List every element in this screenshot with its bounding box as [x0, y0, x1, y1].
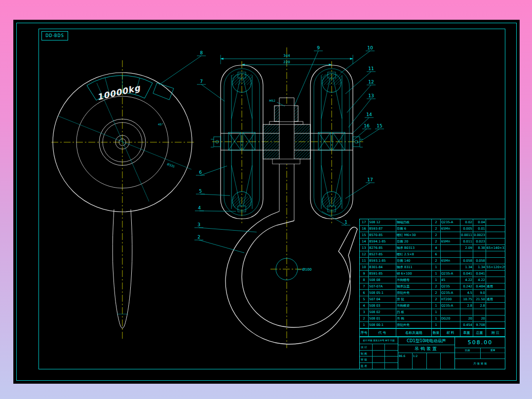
parts-cell [486, 239, 505, 244]
center-distance-dim: 220 [283, 60, 290, 64]
parts-table-row: 5507 04滑 轮2HT20010.7521.50通用 [360, 296, 505, 303]
parts-cell: Q235-A [441, 303, 460, 309]
parts-cell [486, 251, 505, 257]
callout-13: 13 [368, 93, 374, 98]
parts-table-header-row: 序号代 号名称及规格数量材 料单重总重附 注 [360, 328, 505, 337]
parts-cell: 垫圈 6 [396, 226, 432, 232]
parts-header-cell: 材 料 [441, 329, 460, 337]
callout-16: 16 [364, 123, 370, 128]
parts-cell: 挡 板 [396, 309, 432, 315]
parts-table-row: 11B593.1-85垫圈 140265Mn0.0580.058 [360, 258, 505, 264]
sign-date [385, 351, 398, 357]
sign-label: 制 图 [360, 351, 373, 357]
parts-cell [486, 219, 505, 225]
parts-cell: 吊钩螺母 [396, 277, 432, 283]
parts-cell [473, 251, 486, 257]
parts-cell: 0.02 [460, 219, 473, 225]
sheet-stamp: DD-BDS [41, 31, 68, 40]
title-block: 标记 处数 更改文件号 签字 日期 设 计 制 图 审 核 批 准 CD1型10… [359, 337, 505, 369]
scale-cell: 1:2 [413, 353, 427, 369]
parts-cell: 0.01 [473, 226, 486, 232]
parts-cell: 垫圈 140 [396, 258, 432, 264]
parts-cell: 轴承 8311 [396, 264, 432, 270]
parts-header-cell: 代 号 [369, 329, 396, 337]
sign-label: 设 计 [360, 344, 373, 350]
parts-cell: 2 [432, 290, 441, 296]
parts-cell: 508 12 [369, 219, 396, 225]
sign-row: 制 图 [360, 351, 398, 357]
parts-cell: 507 04 [369, 296, 396, 302]
revision-header: 标记 处数 更改文件号 签字 日期 [360, 337, 398, 344]
title-name-area: CD1型10吨电动葫芦 吊钩装置 86.6 1:2 [398, 337, 455, 369]
parts-header-cell: 总重 [473, 329, 486, 337]
scale-label: 比例 [455, 348, 480, 353]
parts-table-row: 1508 00-1滑轮外壳10.4549.708 [360, 322, 505, 328]
parts-cell [441, 232, 460, 238]
parts-table-row: 14B594.1-85垫圈 20265Mn0.0110.023 [360, 239, 505, 245]
parts-cell: 65Mn [441, 258, 460, 264]
thread-dimension: M52 [269, 99, 275, 102]
parts-header-cell: 附 注 [486, 329, 505, 337]
parts-cell [486, 309, 505, 315]
parts-table-row: 17508 12轴端挡板2Q235-A0.020.04 [360, 219, 505, 226]
parts-cell [460, 309, 473, 315]
parts-cell: 10.75 [460, 296, 473, 302]
parts-cell: 16 [360, 226, 369, 232]
parts-cell [486, 258, 505, 264]
callout-15: 15 [377, 123, 382, 128]
hook-section-view: 344 220 [211, 47, 363, 348]
parts-cell: Q235 [441, 283, 460, 289]
parts-cell: 2 [432, 219, 441, 225]
parts-cell: 6 [432, 251, 441, 257]
parts-cell: 销 6×100 [396, 271, 432, 277]
parts-cell: 0.005 [460, 226, 473, 232]
product-title: CD1型10吨电动葫芦 [398, 337, 455, 345]
parts-table-row: 16B593-87垫圈 6265Mn0.0050.01 [360, 226, 505, 232]
parts-cell: 滑轮外壳 [396, 290, 432, 296]
parts-cell: 508 05-1 [369, 290, 396, 296]
parts-cell [486, 316, 505, 321]
parts-cell: 13 [360, 245, 369, 251]
parts-cell: 0.0023 [473, 232, 486, 238]
scale-weight-cells: 比例 重量 [455, 348, 505, 359]
parts-cell: 507-07A [369, 283, 396, 289]
parts-table: 17508 12轴端挡板2Q235-A0.020.0416B593-87垫圈 6… [359, 219, 505, 337]
parts-cell [486, 303, 505, 309]
parts-cell [486, 277, 505, 283]
parts-cell: B591-85 [369, 271, 396, 277]
parts-cell: 4.22 [473, 277, 486, 283]
empty-cell [441, 353, 455, 369]
parts-table-row: 2508 01吊 钩1DG202020 [360, 316, 505, 322]
title-mid-cells: 86.6 1:2 [398, 353, 455, 369]
callout-7: 7 [200, 79, 203, 84]
parts-header-cell: 序号 [360, 329, 369, 337]
sign-cell [373, 344, 385, 350]
parts-cell: 吊钩横梁 [396, 303, 432, 309]
parts-cell: 1.34 [460, 264, 473, 270]
parts-cell: 2.09 [460, 245, 473, 251]
parts-cell: Q235-A [441, 219, 460, 225]
sign-row: 批 准 [360, 363, 398, 369]
parts-header-cell: 单重 [460, 329, 473, 337]
parts-cell [486, 226, 505, 232]
parts-cell: 1 [432, 309, 441, 315]
parts-cell: 508 03 [369, 303, 396, 309]
parts-table-row: 12B527-85螺钉 2.5×86 [360, 251, 505, 258]
callout-11: 11 [368, 66, 374, 71]
parts-cell: 1 [432, 316, 441, 321]
parts-cell [441, 309, 460, 315]
parts-cell: 65×140×33 [486, 245, 505, 251]
parts-cell [486, 232, 505, 238]
parts-cell: 1 [360, 322, 369, 328]
parts-table-row: 10B301-84轴承 831111.341.3455×120×29 [360, 264, 505, 271]
wheel-front-view: 10000kg Ø335 45° [51, 60, 195, 340]
sign-cell [373, 351, 385, 357]
parts-cell: 0.011 [460, 239, 473, 244]
callout-17: 17 [367, 177, 373, 182]
callout-6: 6 [199, 170, 202, 175]
parts-cell: 4.5 [460, 290, 473, 296]
parts-cell [473, 309, 486, 315]
parts-cell: 通用 [486, 283, 505, 289]
parts-cell: 0.454 [460, 322, 473, 328]
parts-cell: 滑轮外壳 [396, 322, 432, 328]
